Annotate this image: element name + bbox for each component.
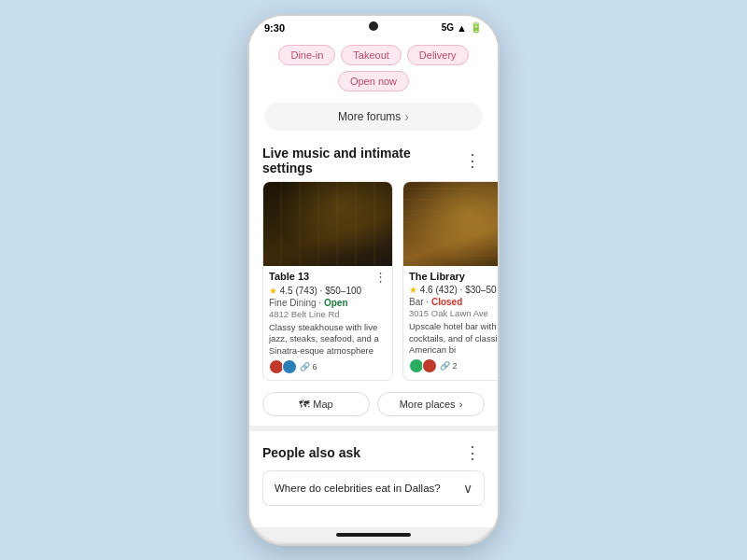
bottom-buttons-row: 🗺 Map More places ›	[249, 388, 498, 426]
card-desc-library: Upscale hotel bar with music, cocktails,…	[409, 321, 498, 356]
camera-notch	[369, 21, 378, 31]
card-address-table13: 4812 Belt Line Rd	[269, 309, 387, 319]
people-also-ask-section: People also ask ⋮ Where do celebrities e…	[249, 426, 498, 511]
avatar-count-library: 🔗 2	[440, 361, 458, 371]
chip-dine-in[interactable]: Dine-in	[278, 45, 335, 65]
paa-header: People also ask ⋮	[262, 441, 485, 465]
map-icon: 🗺	[299, 399, 309, 410]
card-status-library: Closed	[431, 297, 462, 307]
live-music-title: Live music and intimate settings	[262, 146, 460, 175]
more-places-label: More places	[400, 399, 456, 410]
card-name-row-library: The Library	[409, 271, 498, 283]
card-library[interactable]: The Library ★ 4.6 (432) · $30–50 Bar · C…	[402, 181, 498, 381]
card-rating-table13: ★ 4.5 (743) · $50–100	[269, 286, 387, 296]
network-indicator: 5G	[442, 22, 454, 33]
map-button[interactable]: 🗺 Map	[262, 392, 370, 416]
card-image-table13	[263, 182, 392, 266]
chip-delivery[interactable]: Delivery	[407, 45, 469, 65]
signal-icon: ▲	[457, 22, 467, 34]
card-image-library	[403, 182, 498, 266]
avatar-2-library	[422, 358, 437, 373]
paa-question-row[interactable]: Where do celebrities eat in Dallas? ∨	[262, 470, 485, 506]
live-music-header: Live music and intimate settings ⋮	[249, 138, 498, 181]
map-button-label: Map	[313, 399, 332, 410]
card-desc-table13: Classy steakhouse with live jazz, steaks…	[269, 322, 387, 357]
card-name-library: The Library	[409, 271, 465, 283]
chip-takeout[interactable]: Takeout	[341, 45, 402, 65]
more-places-button[interactable]: More places ›	[377, 392, 485, 416]
card-rating-library: ★ 4.6 (432) · $30–50	[409, 285, 498, 295]
card-type-table13: Fine Dining · Open	[269, 298, 387, 308]
card-avatars-library: 🔗 2	[409, 358, 498, 373]
restaurant-cards-scroll: Table 13 ⋮ ★ 4.5 (743) · $50–100 Fine Di…	[249, 181, 498, 388]
card-avatars-table13: 🔗 6	[269, 359, 387, 374]
home-bar	[336, 533, 411, 537]
star-icon-table13: ★	[269, 286, 277, 296]
chip-open-now[interactable]: Open now	[338, 71, 409, 91]
paa-question-text: Where do celebrities eat in Dallas?	[275, 483, 441, 494]
card-body-library: The Library ★ 4.6 (432) · $30–50 Bar · C…	[403, 266, 498, 379]
card-address-library: 3015 Oak Lawn Ave	[409, 308, 498, 318]
phone-frame: 9:30 5G ▲ 🔋 Dine-in Takeout Delivery Ope…	[247, 14, 500, 546]
filter-chips-row: Dine-in Takeout Delivery Open now	[249, 35, 498, 99]
status-time: 9:30	[264, 22, 285, 34]
avatar-count-table13: 🔗 6	[300, 362, 317, 371]
card-name-row-table13: Table 13 ⋮	[269, 271, 387, 284]
avatar-2-table13	[282, 359, 297, 374]
status-icons: 5G ▲ 🔋	[442, 21, 483, 34]
card-type-library: Bar · Closed	[409, 297, 498, 307]
star-icon-library: ★	[409, 285, 417, 295]
paa-title: People also ask	[262, 445, 360, 460]
paa-chevron-icon: ∨	[463, 481, 472, 496]
more-forums-chevron: ›	[404, 109, 409, 124]
more-places-chevron: ›	[459, 399, 463, 410]
card-status-table13: Open	[324, 298, 348, 308]
more-forums-button[interactable]: More forums ›	[264, 103, 483, 131]
card-table13[interactable]: Table 13 ⋮ ★ 4.5 (743) · $50–100 Fine Di…	[262, 181, 393, 381]
paa-more-icon[interactable]: ⋮	[460, 441, 485, 465]
live-music-more-icon[interactable]: ⋮	[460, 148, 485, 173]
card-body-table13: Table 13 ⋮ ★ 4.5 (743) · $50–100 Fine Di…	[263, 266, 392, 380]
screen-content: Dine-in Takeout Delivery Open now More f…	[249, 35, 498, 527]
card-menu-icon-table13[interactable]: ⋮	[374, 270, 387, 284]
card-name-table13: Table 13	[269, 271, 309, 283]
more-forums-label: More forums	[338, 110, 401, 123]
battery-icon: 🔋	[470, 21, 483, 34]
